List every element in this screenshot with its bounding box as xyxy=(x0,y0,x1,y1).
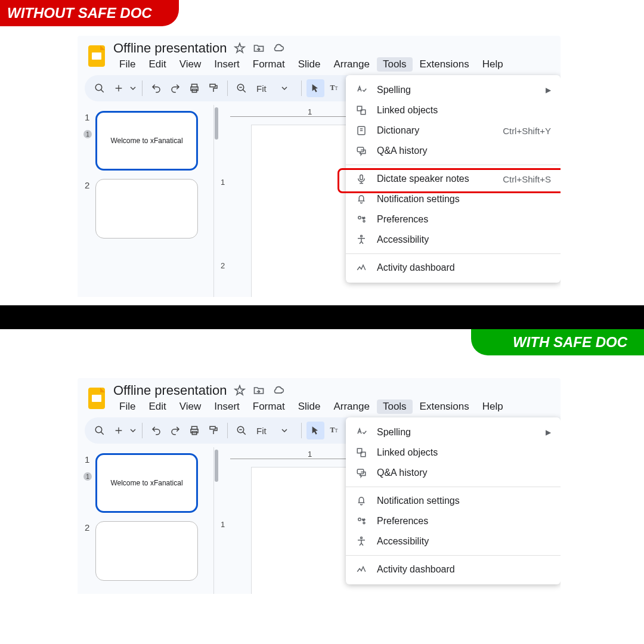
select-tool-icon[interactable] xyxy=(306,79,324,97)
dd-preferences[interactable]: Preferences xyxy=(346,209,561,230)
doc-title[interactable]: Offline presentation xyxy=(113,383,227,398)
ruler-vertical: 1 xyxy=(218,460,231,594)
move-icon[interactable] xyxy=(253,385,265,397)
dd-accessibility[interactable]: Accessibility xyxy=(346,531,561,552)
cloud-icon[interactable] xyxy=(272,385,285,397)
menu-format[interactable]: Format xyxy=(247,57,291,72)
svg-text:T: T xyxy=(330,426,335,434)
zoom-level[interactable]: Fit xyxy=(252,83,271,94)
menu-arrange[interactable]: Arrange xyxy=(327,57,375,72)
menu-arrange[interactable]: Arrange xyxy=(327,400,375,414)
menu-tools[interactable]: Tools xyxy=(377,57,413,72)
cloud-icon[interactable] xyxy=(272,42,285,54)
thumb-1-text: Welcome to xFanatical xyxy=(110,479,182,487)
thumb-slide-2[interactable] xyxy=(95,179,198,239)
menu-edit[interactable]: Edit xyxy=(143,400,172,414)
menu-slide[interactable]: Slide xyxy=(292,57,327,72)
text-tool-icon[interactable]: TT xyxy=(326,79,343,97)
menu-help[interactable]: Help xyxy=(476,400,509,414)
preferences-icon xyxy=(355,213,367,225)
undo-icon[interactable] xyxy=(147,422,165,439)
thumb-slide-1[interactable]: Welcome to xFanatical xyxy=(95,453,198,513)
add-icon[interactable] xyxy=(110,79,128,97)
menu-edit[interactable]: Edit xyxy=(143,57,172,72)
thumb-slide-2[interactable] xyxy=(95,521,198,581)
redo-icon[interactable] xyxy=(166,422,184,439)
thumb-num-1: 1 xyxy=(85,111,95,171)
move-icon[interactable] xyxy=(253,42,265,54)
svg-text:T: T xyxy=(335,428,338,434)
redo-icon[interactable] xyxy=(166,79,184,97)
select-tool-icon[interactable] xyxy=(306,422,324,439)
add-icon[interactable] xyxy=(110,422,128,439)
thumb-slide-1[interactable]: Welcome to xFanatical xyxy=(95,111,198,171)
dd-linked-objects[interactable]: Linked objects xyxy=(346,100,561,120)
menu-slide[interactable]: Slide xyxy=(292,400,327,414)
menu-view[interactable]: View xyxy=(174,400,208,414)
menu-insert[interactable]: Insert xyxy=(208,57,246,72)
dd-preferences[interactable]: Preferences xyxy=(346,511,561,531)
dd-spelling[interactable]: Spelling▶ xyxy=(346,80,561,100)
search-icon[interactable] xyxy=(91,79,109,97)
microphone-icon xyxy=(355,173,367,185)
zoom-out-icon[interactable] xyxy=(233,422,250,439)
ruler-vertical: 1 2 xyxy=(218,118,231,297)
zoom-dropdown-icon[interactable] xyxy=(273,422,296,439)
add-dropdown-icon[interactable] xyxy=(129,422,137,439)
undo-icon[interactable] xyxy=(147,79,165,97)
dd-notification-settings[interactable]: Notification settings xyxy=(346,189,561,209)
dd-qa-history[interactable]: Q&A history xyxy=(346,463,561,483)
menu-insert[interactable]: Insert xyxy=(208,400,246,414)
text-tool-icon[interactable]: TT xyxy=(326,422,343,439)
svg-point-2 xyxy=(95,84,102,91)
dd-accessibility[interactable]: Accessibility xyxy=(346,230,561,250)
thumb-num-2: 2 xyxy=(85,521,95,581)
dd-dictate-speaker-notes[interactable]: Dictate speaker notesCtrl+Shift+S xyxy=(346,169,561,189)
dd-notification-settings[interactable]: Notification settings xyxy=(346,491,561,511)
menu-bar: File Edit View Insert Format Slide Arran… xyxy=(113,56,552,72)
print-icon[interactable] xyxy=(185,422,203,439)
dd-dictionary[interactable]: DictionaryCtrl+Shift+Y xyxy=(346,120,561,141)
dd-linked-objects[interactable]: Linked objects xyxy=(346,442,561,463)
slides-app-bottom: Offline presentation File Edit View Inse… xyxy=(78,378,561,594)
add-dropdown-icon[interactable] xyxy=(129,79,137,97)
menu-extensions[interactable]: Extensions xyxy=(414,400,475,414)
menu-tools[interactable]: Tools xyxy=(377,400,413,414)
dictionary-icon xyxy=(355,125,367,137)
bell-icon xyxy=(355,193,367,205)
print-icon[interactable] xyxy=(185,79,203,97)
dd-activity-dashboard[interactable]: Activity dashboard xyxy=(346,258,561,278)
activity-icon xyxy=(355,262,367,274)
svg-point-15 xyxy=(358,216,361,219)
search-icon[interactable] xyxy=(91,422,109,439)
menu-extensions[interactable]: Extensions xyxy=(414,57,475,72)
dd-spelling[interactable]: Spelling▶ xyxy=(346,422,561,442)
star-icon[interactable] xyxy=(234,42,246,54)
paint-format-icon[interactable] xyxy=(205,422,222,439)
dd-qa-history[interactable]: Q&A history xyxy=(346,141,561,161)
menu-format[interactable]: Format xyxy=(247,400,291,414)
menu-view[interactable]: View xyxy=(174,57,208,72)
zoom-level[interactable]: Fit xyxy=(252,426,271,436)
zoom-out-icon[interactable] xyxy=(233,79,250,97)
paint-format-icon[interactable] xyxy=(205,79,222,97)
menu-file[interactable]: File xyxy=(113,400,141,414)
bell-icon xyxy=(355,495,367,507)
thumb-1-text: Welcome to xFanatical xyxy=(110,137,182,145)
spelling-icon xyxy=(355,426,367,438)
scrollbar[interactable] xyxy=(213,105,218,297)
menu-help[interactable]: Help xyxy=(476,57,509,72)
tools-dropdown: Spelling▶ Linked objects Q&A history Not… xyxy=(346,417,561,584)
dd-activity-dashboard[interactable]: Activity dashboard xyxy=(346,559,561,580)
zoom-dropdown-icon[interactable] xyxy=(273,79,296,97)
doc-title[interactable]: Offline presentation xyxy=(113,41,227,56)
scrollbar[interactable] xyxy=(213,447,218,594)
svg-text:T: T xyxy=(335,86,338,91)
thumb-badge: 1 xyxy=(83,130,92,138)
linked-objects-icon xyxy=(355,104,367,116)
thumb-num-2: 2 xyxy=(85,179,95,239)
star-icon[interactable] xyxy=(234,385,246,397)
banner-without-safe-doc: WITHOUT SAFE DOC xyxy=(0,0,179,26)
menu-file[interactable]: File xyxy=(113,57,141,72)
slide-thumbnails: 1 Welcome to xFanatical 1 2 xyxy=(78,447,213,594)
